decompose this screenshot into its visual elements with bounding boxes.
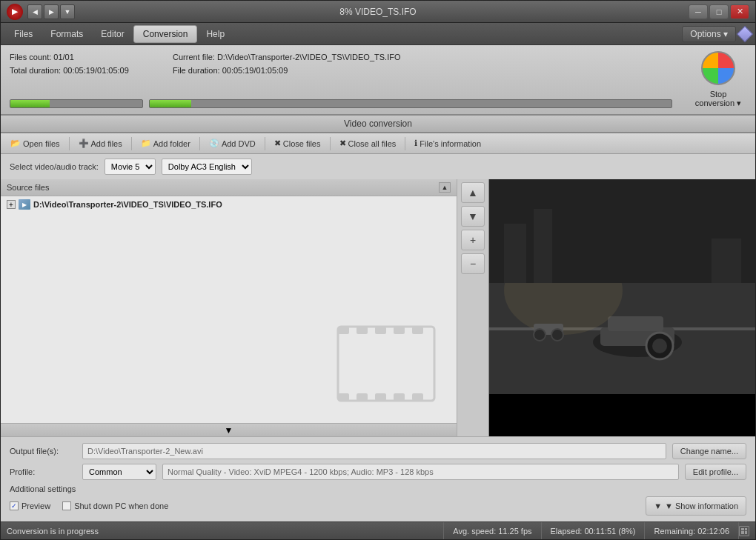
forward-button[interactable]: ▶	[44, 4, 59, 19]
svg-rect-8	[375, 393, 386, 401]
source-panel-header: Source files ▲	[1, 179, 457, 196]
add-folder-button[interactable]: 📁 Add folder	[134, 136, 197, 152]
shutdown-checkbox[interactable]	[62, 501, 71, 510]
dropdown-button[interactable]: ▼	[60, 4, 75, 19]
video-frame	[489, 179, 755, 394]
add-button[interactable]: +	[461, 230, 485, 250]
close-files-icon: ✖	[274, 139, 281, 148]
file-info-button[interactable]: ℹ File's information	[408, 136, 488, 152]
expand-icon[interactable]: +	[7, 200, 16, 209]
video-track-select[interactable]: Movie 5	[105, 159, 156, 175]
menu-help[interactable]: Help	[197, 26, 233, 42]
profile-select[interactable]: Common	[82, 464, 156, 480]
output-label: Output file(s):	[10, 447, 76, 456]
add-files-button[interactable]: ➕ Add files	[72, 136, 129, 152]
add-dvd-button[interactable]: 💿 Add DVD	[202, 136, 262, 152]
svg-rect-24	[504, 224, 526, 283]
output-input[interactable]	[82, 443, 666, 459]
menu-editor[interactable]: Editor	[92, 26, 133, 42]
remove-button[interactable]: −	[461, 253, 485, 274]
change-name-button[interactable]: Change name...	[672, 443, 746, 459]
info-left: Files count: 01/01 Total duration: 00:05…	[1, 45, 681, 114]
track-row: Select video/audio track: Movie 5 Dolby …	[1, 154, 755, 179]
source-panel: Source files ▲ + ▶ D:\Video\Transporter-…	[1, 179, 457, 436]
toolbar: 📂 Open files ➕ Add files 📁 Add folder 💿 …	[1, 133, 755, 154]
progress-small	[10, 99, 143, 108]
conversion-bar-label: Video conversion	[344, 119, 412, 129]
stop-conversion-button[interactable]: Stopconversion ▾	[695, 90, 741, 108]
app-icon: ▶	[7, 4, 23, 20]
svg-rect-10	[412, 393, 423, 401]
move-up-button[interactable]: ▲	[461, 182, 485, 203]
status-text: Conversion is in progress	[7, 522, 444, 539]
close-all-files-button[interactable]: ✖ Close all files	[333, 136, 403, 152]
progress-row	[10, 99, 672, 108]
files-count: Files count: 01/01	[10, 51, 173, 64]
track-selector-label: Select video/audio track:	[10, 162, 99, 171]
current-file: Current file: D:\Video\Transporter-2\VID…	[173, 51, 672, 64]
main-window: ▶ ◀ ▶ ▼ 8% VIDEO_TS.IFO ─ □ ✕ Files Form…	[0, 0, 756, 540]
nav-buttons: ◀ ▶ ▼	[27, 4, 75, 19]
progress-fill-large	[150, 100, 191, 107]
open-files-icon: 📂	[10, 139, 21, 148]
svg-point-22	[551, 329, 563, 341]
middle-area: Source files ▲ + ▶ D:\Video\Transporter-…	[1, 179, 755, 436]
svg-rect-25	[534, 209, 552, 283]
elapsed: Elapsed: 00:11:51 (8%)	[542, 522, 646, 539]
toolbar-sep-4	[265, 137, 265, 150]
svg-rect-16	[608, 316, 663, 331]
progress-fill-small	[10, 100, 50, 107]
preview-checkbox[interactable]: ✓	[10, 501, 19, 510]
svg-rect-2	[357, 327, 368, 334]
panel-scroll-down[interactable]: ▼	[1, 423, 457, 436]
window-title: 8% VIDEO_TS.IFO	[339, 7, 416, 17]
shutdown-label: Shut down PC when done	[74, 501, 168, 510]
profile-desc-input	[162, 464, 679, 480]
minimize-button[interactable]: ─	[689, 4, 708, 19]
menu-conversion[interactable]: Conversion	[133, 25, 198, 43]
shutdown-checkbox-item: Shut down PC when done	[62, 501, 168, 510]
svg-rect-3	[375, 327, 386, 334]
statusbar: Conversion is in progress Avg. speed: 11…	[1, 521, 755, 539]
menu-formats[interactable]: Formats	[42, 26, 92, 42]
avg-speed: Avg. speed: 11.25 fps	[444, 522, 541, 539]
back-button[interactable]: ◀	[27, 4, 42, 19]
show-information-button[interactable]: ▼ ▼ Show information	[646, 496, 746, 516]
panel-scroll-up[interactable]: ▲	[439, 182, 451, 193]
info-col1: Files count: 01/01 Total duration: 00:05…	[10, 51, 173, 93]
remaining: Remaining: 02:12:06	[645, 522, 739, 539]
show-info-arrow: ▼	[654, 501, 662, 510]
open-files-button[interactable]: 📂 Open files	[4, 136, 67, 152]
toolbar-sep-5	[330, 137, 331, 150]
toolbar-sep-2	[131, 137, 132, 150]
close-files-button[interactable]: ✖ Close files	[268, 136, 328, 152]
menu-items: Files Formats Editor Conversion Help	[5, 25, 233, 43]
close-button[interactable]: ✕	[730, 4, 749, 19]
maximize-button[interactable]: □	[709, 4, 729, 19]
move-down-button[interactable]: ▼	[461, 206, 485, 227]
output-row: Output file(s): Change name...	[10, 443, 746, 459]
progress-large	[149, 99, 672, 108]
info-icon: ℹ	[414, 139, 417, 148]
svg-point-18	[652, 339, 667, 353]
conversion-bar: Video conversion	[1, 116, 755, 133]
titlebar: ▶ ◀ ▶ ▼ 8% VIDEO_TS.IFO ─ □ ✕	[1, 1, 755, 23]
toolbar-sep-6	[405, 137, 405, 150]
options-button[interactable]: Options ▾	[682, 26, 736, 42]
additional-settings-label: Additional settings	[10, 484, 746, 493]
toolbar-sep-1	[69, 137, 70, 150]
list-item[interactable]: + ▶ D:\Video\Transporter-2\VIDEO_TS\VIDE…	[1, 196, 457, 213]
info-cols: Files count: 01/01 Total duration: 00:05…	[10, 51, 672, 93]
audio-track-select[interactable]: Dolby AC3 English	[162, 159, 252, 175]
menu-files[interactable]: Files	[5, 26, 42, 42]
filmstrip-decoration	[331, 319, 442, 408]
edit-profile-button[interactable]: Edit profile...	[685, 464, 746, 480]
video-preview	[488, 179, 755, 436]
status-icon	[739, 526, 749, 536]
checkboxes-row: ✓ Preview Shut down PC when done	[10, 501, 168, 510]
source-panel-title: Source files	[7, 183, 49, 192]
add-folder-icon: 📁	[141, 139, 151, 148]
file-icon: ▶	[19, 199, 30, 210]
svg-rect-4	[394, 327, 405, 334]
file-duration: File duration: 00:05:19/01:05:09	[173, 64, 672, 78]
